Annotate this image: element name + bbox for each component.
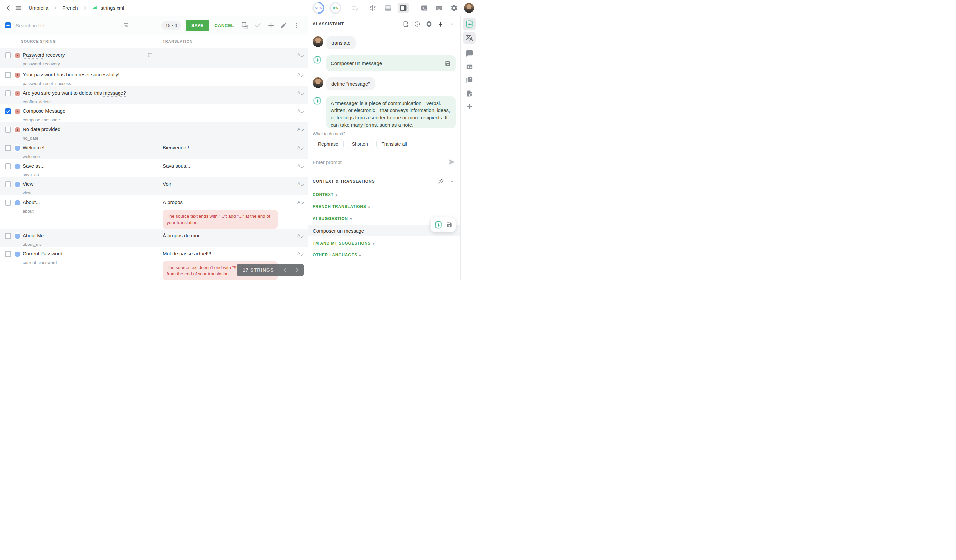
translated-progress-circle[interactable]: 51%	[312, 2, 324, 14]
source-string: No date provided	[23, 126, 163, 133]
keyboard-icon[interactable]	[434, 3, 444, 13]
filter-icon[interactable]	[121, 20, 132, 30]
terminal-icon[interactable]	[419, 3, 429, 13]
comment-icon[interactable]	[147, 52, 153, 58]
spellcheck-icon[interactable]: A	[297, 144, 303, 150]
breadcrumb-project[interactable]: Umbrella	[28, 5, 49, 11]
status-translated-icon	[15, 200, 20, 205]
spellcheck-icon[interactable]: A	[297, 251, 303, 256]
gear-icon[interactable]	[425, 20, 432, 28]
add-tab-icon[interactable]	[463, 102, 476, 110]
ai-sparkle-icon	[313, 55, 322, 65]
info-icon[interactable]	[414, 20, 421, 28]
spellcheck-icon[interactable]: A	[297, 52, 303, 58]
spellcheck-icon[interactable]: A	[297, 71, 303, 77]
context-card-tab-icon[interactable]	[463, 63, 476, 71]
status-translated-icon	[15, 146, 20, 151]
copy-source-icon[interactable]	[239, 20, 251, 30]
spellcheck-icon[interactable]: A	[297, 108, 303, 114]
row-checkbox[interactable]	[5, 145, 11, 151]
status-translated-icon	[15, 182, 20, 187]
save-suggestion-icon[interactable]	[445, 60, 451, 67]
table-row[interactable]: Your password has been reset successfull…	[0, 67, 308, 86]
row-checkbox[interactable]	[5, 163, 11, 169]
row-checkbox[interactable]	[5, 233, 11, 239]
rephrase-button[interactable]: Rephrase	[313, 139, 344, 149]
chevron-right-icon	[53, 6, 58, 10]
unpin-icon[interactable]	[437, 178, 445, 185]
back-icon[interactable]	[3, 3, 13, 13]
prompt-input[interactable]	[313, 159, 448, 165]
row-checkbox[interactable]	[5, 251, 11, 257]
chat-message-ai: Composer un message	[313, 55, 456, 71]
menu-icon[interactable]	[13, 3, 23, 13]
right-panel-view-icon[interactable]	[398, 3, 409, 13]
source-string: About...	[23, 199, 163, 205]
breadcrumb-language[interactable]: French	[62, 5, 78, 11]
prev-page-icon[interactable]	[283, 267, 290, 273]
table-row[interactable]: No date providedno_dateA	[0, 122, 308, 141]
row-checkbox[interactable]	[5, 182, 11, 187]
comments-tab-icon[interactable]	[463, 49, 476, 57]
breadcrumb-file[interactable]: strings.xml	[92, 5, 124, 11]
ai-panel-header: AI ASSISTANT	[308, 16, 461, 32]
translation-text: Bienvenue !	[163, 144, 293, 151]
gear-icon[interactable]	[449, 3, 459, 13]
context-toggle[interactable]: CONTEXT▸	[313, 193, 456, 197]
row-checkbox[interactable]	[5, 52, 11, 58]
chevron-down-icon[interactable]	[448, 178, 456, 185]
add-string-icon[interactable]	[265, 20, 277, 30]
row-checkbox[interactable]	[5, 72, 11, 78]
editor-toolbar: 15 • 0 SAVE CANCEL	[0, 16, 308, 35]
translate-all-button[interactable]: Translate all	[376, 139, 412, 149]
table-row[interactable]: Welcome!welcomeBienvenue !A	[0, 141, 308, 159]
send-icon[interactable]	[448, 158, 456, 166]
save-suggestion-icon[interactable]	[446, 221, 453, 228]
table-row[interactable]: About...aboutÀ proposThe source text end…	[0, 195, 308, 229]
other-languages-toggle[interactable]: OTHER LANGUAGES▸	[313, 253, 456, 257]
chevron-down-icon[interactable]	[448, 20, 456, 28]
table-row[interactable]: About Meabout_meÀ propos de moiA	[0, 229, 308, 247]
search-input[interactable]	[16, 23, 99, 28]
glossary-tab-icon[interactable]	[463, 76, 476, 84]
row-checkbox[interactable]	[5, 127, 11, 133]
spellcheck-icon[interactable]: A	[297, 232, 303, 238]
translate-tab[interactable]	[463, 31, 476, 44]
pin-icon[interactable]	[437, 20, 444, 28]
select-all-checkbox[interactable]	[5, 22, 11, 28]
ai-assistant-panel: AI ASSISTANT translate Composer un messa…	[308, 16, 461, 280]
spellcheck-icon[interactable]: A	[297, 181, 303, 187]
more-menu-icon[interactable]	[291, 20, 302, 30]
table-row[interactable]: Save as...save_asSava sous...A	[0, 159, 308, 177]
table-row[interactable]: ViewviewVoirA	[0, 177, 308, 195]
bottom-panel-view-icon[interactable]	[382, 3, 394, 13]
spellcheck-icon[interactable]: A	[297, 163, 303, 168]
table-row[interactable]: Are you sure you want to delete this mes…	[0, 86, 308, 104]
file-info-tab-icon[interactable]	[463, 89, 476, 97]
table-row[interactable]: Password recoverypassword_recoveryA	[0, 48, 308, 67]
ai-sparkle-icon[interactable]	[434, 220, 442, 229]
string-key: welcome	[23, 154, 163, 159]
row-checkbox[interactable]	[5, 200, 11, 205]
side-by-side-view-icon[interactable]	[367, 3, 379, 13]
new-note-icon[interactable]	[402, 20, 409, 28]
approve-icon[interactable]	[252, 20, 264, 30]
save-button[interactable]: SAVE	[186, 20, 209, 31]
table-row[interactable]: Compose Messagecompose_messageA	[0, 104, 308, 122]
ai-assistant-tab[interactable]	[463, 17, 476, 30]
cancel-button[interactable]: CANCEL	[214, 23, 234, 28]
french-translations-toggle[interactable]: FRENCH TRANSLATIONS▸	[313, 204, 456, 209]
shorten-button[interactable]: Shorten	[347, 139, 373, 149]
spellcheck-icon[interactable]: A	[297, 89, 303, 96]
string-counts-badge: 15 • 0	[161, 21, 181, 30]
avatar[interactable]	[464, 3, 474, 13]
row-checkbox[interactable]	[5, 108, 11, 115]
spellcheck-icon[interactable]: A	[297, 126, 303, 132]
edit-icon[interactable]	[278, 20, 289, 30]
tm-mt-suggestions-toggle[interactable]: TM AND MT SUGGESTIONS▸	[313, 241, 456, 246]
status-translated-icon	[15, 234, 20, 238]
approved-progress-circle[interactable]: 0%	[329, 2, 341, 14]
next-page-icon[interactable]	[293, 267, 300, 273]
row-checkbox[interactable]	[5, 90, 11, 96]
spellcheck-icon[interactable]: A	[297, 199, 303, 205]
